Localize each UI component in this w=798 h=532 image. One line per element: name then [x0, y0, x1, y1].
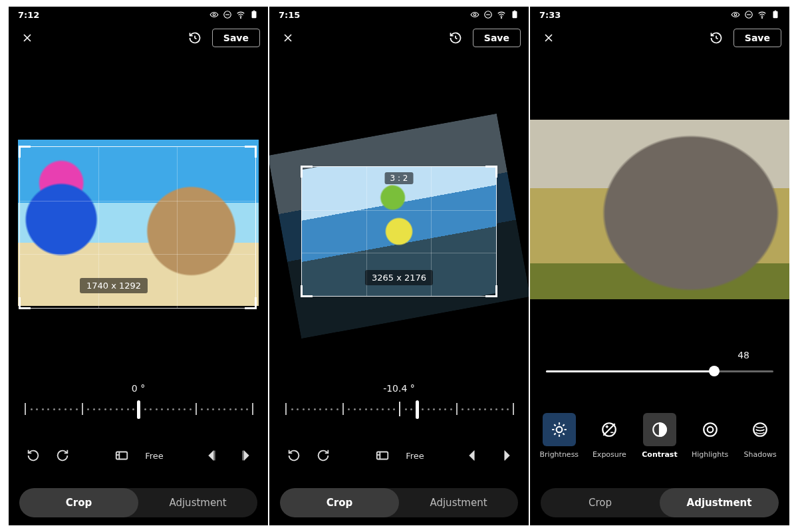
crop-frame[interactable]: 3 : 2 3265 x 2176: [301, 166, 497, 297]
mode-toggle: Crop Adjustment: [280, 488, 518, 517]
contrast-chip: [643, 413, 676, 446]
crop-frame[interactable]: 1740 x 1292: [19, 146, 256, 309]
top-bar: Save: [9, 23, 268, 53]
phone-screen-1: 7:12 Save: [9, 7, 268, 525]
undo-history-button[interactable]: [706, 27, 727, 49]
rotate-cw-button[interactable]: [54, 447, 71, 464]
rotate-ccw-button[interactable]: [285, 447, 303, 464]
adjustment-shadows[interactable]: Shadows: [739, 413, 781, 459]
adjustment-exposure[interactable]: Exposure: [589, 413, 630, 459]
status-dnd-icon: [744, 10, 753, 19]
rotation-ruler[interactable]: [285, 400, 513, 419]
svg-rect-15: [773, 11, 778, 19]
close-button[interactable]: [277, 27, 299, 49]
svg-rect-9: [513, 11, 517, 19]
flip-h-icon: [207, 448, 221, 463]
svg-point-8: [501, 17, 501, 18]
mode-toggle: Crop Adjustment: [19, 488, 257, 517]
status-time: 7:15: [279, 10, 300, 20]
aspect-ratio-button[interactable]: [113, 447, 130, 464]
status-battery-icon: [771, 10, 780, 19]
crop-grid-line: [20, 254, 255, 255]
status-battery-icon: [249, 10, 259, 19]
crop-ratio-badge: 3 : 2: [385, 172, 414, 184]
status-time: 7:12: [18, 10, 39, 20]
rotate-ccw-button[interactable]: [25, 447, 42, 464]
svg-rect-3: [252, 11, 257, 19]
exposure-icon: [600, 421, 618, 438]
crop-handle-bl[interactable]: [301, 285, 313, 297]
status-wifi-icon: [497, 10, 506, 19]
crop-dimensions-badge: 3265 x 2176: [365, 270, 433, 285]
close-button[interactable]: [538, 27, 559, 49]
adjustment-highlights[interactable]: Highlights: [690, 413, 731, 459]
slider-fill: [546, 370, 714, 372]
exposure-label: Exposure: [593, 450, 626, 459]
mode-crop[interactable]: Crop: [19, 488, 138, 517]
slider-thumb[interactable]: [709, 366, 720, 376]
rotation-ruler[interactable]: [25, 400, 252, 419]
flip-horizontal-button[interactable]: [466, 447, 483, 464]
status-bar: 7:12: [9, 7, 268, 23]
contrast-label: Contrast: [642, 450, 677, 459]
crop-handle-br[interactable]: [245, 297, 257, 309]
history-icon: [449, 31, 462, 45]
mode-toggle: Crop Adjustment: [541, 488, 779, 517]
phone-screen-2: 7:15 Save: [269, 7, 529, 525]
crop-handle-bl[interactable]: [19, 297, 31, 309]
highlights-label: Highlights: [692, 450, 728, 459]
crop-handle-tl[interactable]: [19, 146, 31, 158]
svg-point-17: [556, 427, 562, 433]
save-button[interactable]: Save: [473, 29, 521, 47]
flip-vertical-button[interactable]: [235, 447, 252, 464]
svg-point-2: [240, 17, 241, 18]
status-dnd-icon: [483, 10, 493, 19]
highlights-icon: [702, 421, 719, 438]
aspect-ratio-icon: [375, 448, 390, 463]
rotation-angle-label: 0 °: [9, 383, 268, 394]
save-button[interactable]: Save: [212, 29, 260, 47]
status-dnd-icon: [223, 10, 232, 19]
history-icon: [710, 31, 723, 45]
editor-canvas[interactable]: 1740 x 1292 0 ° Free: [9, 53, 268, 525]
adjustment-brightness[interactable]: Brightness: [539, 413, 580, 459]
crop-handle-tr[interactable]: [245, 146, 257, 158]
status-wifi-icon: [757, 10, 767, 19]
undo-history-button[interactable]: [184, 27, 205, 49]
editor-canvas[interactable]: 48 Brightness Exposure: [530, 53, 789, 525]
crop-handle-tr[interactable]: [485, 166, 497, 178]
flip-vertical-button[interactable]: [495, 447, 513, 464]
status-bar: 7:15: [269, 7, 529, 23]
crop-handle-tl[interactable]: [301, 166, 313, 178]
svg-rect-16: [775, 11, 776, 11]
mode-adjustment[interactable]: Adjustment: [399, 488, 518, 517]
mode-crop[interactable]: Crop: [280, 488, 399, 517]
svg-rect-4: [253, 11, 255, 11]
status-icons: [731, 10, 780, 19]
adjustment-contrast[interactable]: Contrast: [639, 413, 680, 459]
status-icons: [209, 10, 259, 19]
flip-h-icon: [467, 448, 482, 463]
close-button[interactable]: [17, 27, 38, 49]
mode-crop[interactable]: Crop: [541, 488, 660, 517]
brightness-icon: [551, 421, 568, 438]
crop-tool-row: Free: [269, 447, 529, 464]
rotate-cw-button[interactable]: [315, 447, 332, 464]
rotation-control: 0 °: [9, 383, 268, 419]
aspect-ratio-button[interactable]: [374, 447, 391, 464]
adjustment-slider[interactable]: [546, 364, 773, 378]
mode-adjustment[interactable]: Adjustment: [660, 488, 779, 517]
rotation-control: -10.4 °: [269, 383, 529, 419]
undo-history-button[interactable]: [445, 27, 466, 49]
save-button[interactable]: Save: [733, 29, 781, 47]
flip-horizontal-button[interactable]: [205, 447, 223, 464]
status-icons: [470, 10, 519, 19]
svg-point-6: [473, 13, 476, 16]
editor-canvas[interactable]: 3 : 2 3265 x 2176 -10.4 ° Free: [269, 53, 529, 525]
exposure-chip: [593, 413, 626, 446]
mode-adjustment[interactable]: Adjustment: [138, 488, 257, 517]
crop-handle-br[interactable]: [485, 285, 497, 297]
status-wifi-icon: [236, 10, 245, 19]
status-time: 7:33: [539, 10, 561, 20]
rotation-angle-label: -10.4 °: [269, 383, 529, 394]
